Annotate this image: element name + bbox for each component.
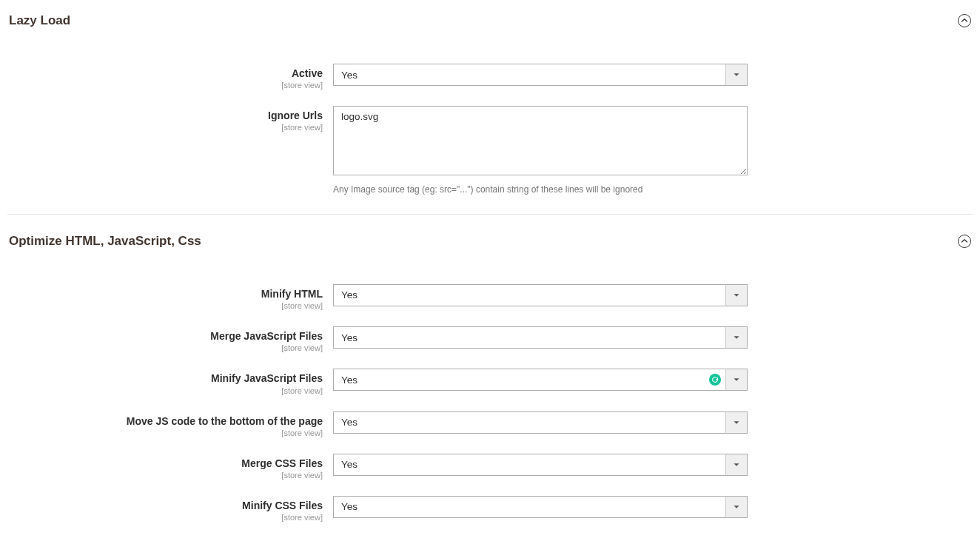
section-title-optimize: Optimize HTML, JavaScript, Css <box>9 234 201 249</box>
select-merge-css[interactable]: Yes <box>333 454 748 476</box>
field-control: Yes <box>333 284 748 306</box>
field-control: Any Image source tag (eg: src="...") con… <box>333 106 748 196</box>
field-scope: [store view] <box>7 513 323 522</box>
grammarly-icon <box>709 374 721 386</box>
field-control: Yes <box>333 326 748 349</box>
field-control: Yes <box>333 454 748 476</box>
chevron-up-icon <box>958 235 971 248</box>
select-value: Yes <box>333 64 748 86</box>
field-minify-css: Minify CSS Files [store view] Yes <box>7 496 973 522</box>
section-header-lazy-load[interactable]: Lazy Load <box>7 7 973 34</box>
chevron-up-icon <box>958 14 971 27</box>
field-minify-html: Minify HTML [store view] Yes <box>7 284 973 310</box>
chevron-down-icon <box>725 284 748 306</box>
label-wrap: Active [store view] <box>7 64 333 90</box>
field-label: Move JS code to the bottom of the page <box>127 415 323 427</box>
chevron-down-icon <box>725 411 748 434</box>
field-scope: [store view] <box>7 123 323 132</box>
field-scope: [store view] <box>7 81 323 90</box>
section-title-lazy-load: Lazy Load <box>9 13 70 28</box>
field-label: Ignore Urls <box>268 110 323 121</box>
select-value: Yes <box>333 411 748 434</box>
select-value: Yes <box>333 369 748 391</box>
label-wrap: Minify HTML [store view] <box>7 284 333 310</box>
label-wrap: Ignore Urls [store view] <box>7 106 333 132</box>
chevron-down-icon <box>725 369 748 391</box>
field-ignore-urls: Ignore Urls [store view] Any Image sourc… <box>7 106 973 196</box>
field-active: Active [store view] Yes <box>7 64 973 90</box>
select-minify-html[interactable]: Yes <box>333 284 748 306</box>
field-merge-js: Merge JavaScript Files [store view] Yes <box>7 326 973 352</box>
field-label: Minify HTML <box>261 288 323 300</box>
field-scope: [store view] <box>7 429 323 437</box>
field-hint: Any Image source tag (eg: src="...") con… <box>333 184 748 196</box>
field-control: Yes <box>333 411 748 434</box>
section-divider <box>7 214 973 215</box>
field-move-js-bottom: Move JS code to the bottom of the page [… <box>7 411 973 437</box>
label-wrap: Minify JavaScript Files [store view] <box>7 369 333 394</box>
select-value: Yes <box>333 326 748 349</box>
label-wrap: Minify CSS Files [store view] <box>7 496 333 522</box>
chevron-down-icon <box>725 496 748 518</box>
label-wrap: Merge JavaScript Files [store view] <box>7 326 333 352</box>
field-merge-css: Merge CSS Files [store view] Yes <box>7 454 973 480</box>
chevron-down-icon <box>725 64 748 86</box>
select-minify-css[interactable]: Yes <box>333 496 748 518</box>
field-label: Merge CSS Files <box>241 457 323 469</box>
field-label: Merge JavaScript Files <box>210 330 323 342</box>
label-wrap: Move JS code to the bottom of the page [… <box>7 411 333 437</box>
select-move-js-bottom[interactable]: Yes <box>333 411 748 434</box>
field-control: Yes <box>333 496 748 518</box>
fieldset-optimize: Minify HTML [store view] Yes Merge JavaS… <box>7 255 973 522</box>
field-control: Yes <box>333 64 748 86</box>
field-scope: [store view] <box>7 471 323 480</box>
chevron-down-icon <box>725 326 748 349</box>
fieldset-lazy-load: Active [store view] Yes Ignore Urls [sto… <box>7 34 973 196</box>
select-active[interactable]: Yes <box>333 64 748 86</box>
label-wrap: Merge CSS Files [store view] <box>7 454 333 480</box>
field-label: Active <box>292 67 323 79</box>
field-control: Yes <box>333 369 748 391</box>
field-label: Minify JavaScript Files <box>211 372 323 384</box>
textarea-ignore-urls[interactable] <box>333 106 748 175</box>
select-value: Yes <box>333 284 748 306</box>
chevron-down-icon <box>725 454 748 476</box>
field-minify-js: Minify JavaScript Files [store view] Yes <box>7 369 973 394</box>
select-value: Yes <box>333 496 748 518</box>
field-label: Minify CSS Files <box>242 500 323 511</box>
field-scope: [store view] <box>7 301 323 310</box>
select-minify-js[interactable]: Yes <box>333 369 748 391</box>
field-scope: [store view] <box>7 386 323 395</box>
select-value: Yes <box>333 454 748 476</box>
select-merge-js[interactable]: Yes <box>333 326 748 349</box>
field-scope: [store view] <box>7 343 323 352</box>
section-header-optimize[interactable]: Optimize HTML, JavaScript, Css <box>7 228 973 255</box>
